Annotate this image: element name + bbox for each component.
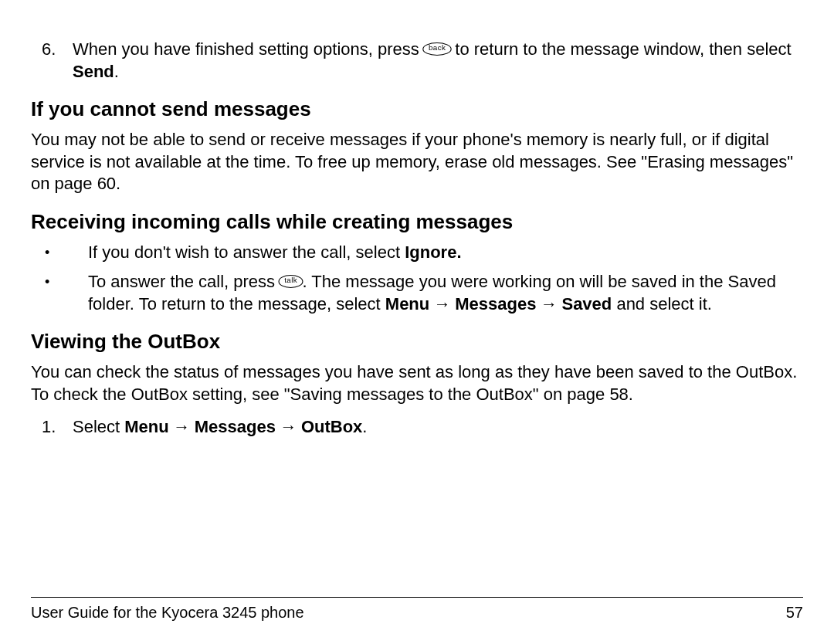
bullet-ignore: • If you don't wish to answer the call, … xyxy=(31,242,803,264)
step-1-outbox: 1. Select Menu → Messages → OutBox. xyxy=(31,416,803,439)
arrow-icon: → xyxy=(276,417,301,436)
step-number: 1. xyxy=(31,416,73,439)
talk-key-icon: talk xyxy=(279,275,303,288)
text: To answer the call, press xyxy=(88,272,280,291)
footer-title: User Guide for the Kyocera 3245 phone xyxy=(31,602,304,622)
step-number: 6. xyxy=(31,39,73,83)
text: When you have finished setting options, … xyxy=(73,39,424,59)
send-label: Send xyxy=(73,62,114,81)
text: to return to the message window, then se… xyxy=(455,39,791,59)
messages-label: Messages xyxy=(455,294,536,314)
bullet-mark: • xyxy=(31,242,88,264)
text: Select xyxy=(73,417,124,436)
heading-outbox: Viewing the OutBox xyxy=(31,329,803,355)
arrow-icon: → xyxy=(429,294,455,314)
text: If you don't wish to answer the call, se… xyxy=(88,242,405,262)
heading-incoming-calls: Receiving incoming calls while creating … xyxy=(31,209,803,236)
para-outbox: You can check the status of messages you… xyxy=(31,361,803,405)
bullet-answer: • To answer the call, press talk. The me… xyxy=(31,271,803,315)
outbox-label: OutBox xyxy=(301,417,362,436)
page-footer: User Guide for the Kyocera 3245 phone 57 xyxy=(31,597,803,622)
arrow-icon: → xyxy=(536,294,561,314)
para-cannot-send: You may not be able to send or receive m… xyxy=(31,129,803,195)
bullet-content: If you don't wish to answer the call, se… xyxy=(88,242,803,264)
ignore-label: Ignore. xyxy=(405,242,461,262)
menu-label: Menu xyxy=(124,417,168,436)
saved-label: Saved xyxy=(561,294,612,314)
period: . xyxy=(362,417,367,436)
step-content: Select Menu → Messages → OutBox. xyxy=(73,416,803,439)
messages-label: Messages xyxy=(195,417,276,436)
back-key-icon: back xyxy=(422,42,452,56)
step-6: 6. When you have finished setting option… xyxy=(31,39,803,83)
arrow-icon: → xyxy=(169,417,195,436)
step-content: When you have finished setting options, … xyxy=(73,39,803,83)
menu-label: Menu xyxy=(385,294,429,314)
page-number: 57 xyxy=(786,602,803,622)
period: . xyxy=(114,62,119,81)
heading-cannot-send: If you cannot send messages xyxy=(31,97,803,123)
bullet-mark: • xyxy=(31,271,88,315)
bullet-content: To answer the call, press talk. The mess… xyxy=(88,271,803,315)
text: and select it. xyxy=(612,294,712,314)
